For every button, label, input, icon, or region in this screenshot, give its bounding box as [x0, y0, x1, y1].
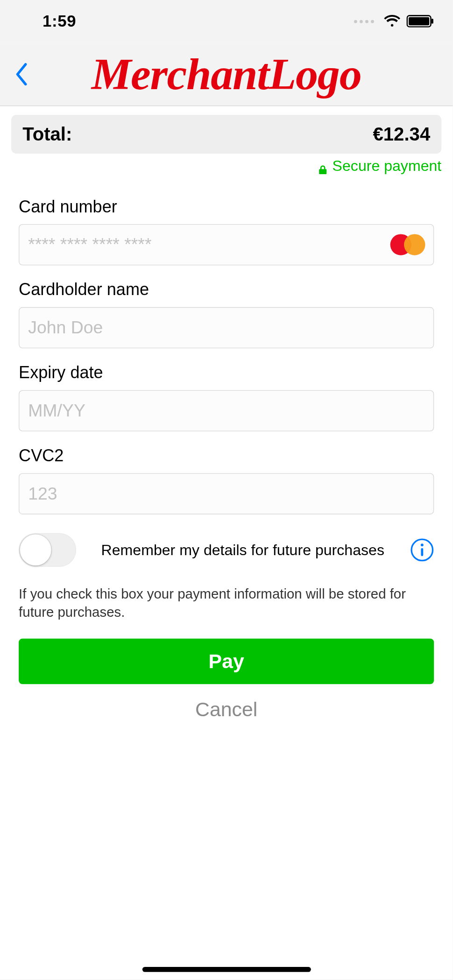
secure-payment-badge: Secure payment [0, 154, 453, 175]
battery-icon [406, 15, 434, 28]
status-bar: 1:59 [0, 0, 453, 42]
content: Total: €12.34 Secure payment Card number… [0, 106, 453, 979]
svg-point-4 [421, 543, 424, 546]
remember-row: Remember my details for future purchases [19, 529, 434, 577]
secure-label: Secure payment [333, 157, 442, 175]
pay-button[interactable]: Pay [19, 639, 434, 684]
info-icon [410, 538, 434, 562]
cancel-button[interactable]: Cancel [19, 684, 434, 721]
cvc-input[interactable] [19, 473, 434, 514]
svg-rect-1 [409, 17, 429, 25]
cvc-label: CVC2 [19, 446, 434, 465]
card-number-input[interactable] [19, 224, 434, 265]
mastercard-icon [390, 234, 425, 255]
home-indicator [142, 967, 311, 972]
nav-header: MerchantLogo [0, 42, 453, 106]
merchant-logo: MerchantLogo [0, 51, 453, 96]
status-indicators [354, 15, 434, 28]
remember-helper-text: If you check this box your payment infor… [19, 577, 434, 639]
total-label: Total: [22, 124, 72, 145]
status-time: 1:59 [42, 12, 76, 31]
wifi-icon [384, 15, 400, 28]
lock-icon [319, 161, 327, 171]
expiry-date-input[interactable] [19, 390, 434, 431]
back-button[interactable] [9, 58, 34, 90]
chevron-left-icon [15, 63, 28, 85]
expiry-date-label: Expiry date [19, 363, 434, 382]
remember-label: Remember my details for future purchases [101, 541, 385, 558]
remember-toggle[interactable] [19, 533, 76, 567]
cardholder-name-label: Cardholder name [19, 280, 434, 299]
card-number-label: Card number [19, 197, 434, 216]
info-button[interactable] [410, 538, 434, 562]
svg-rect-2 [432, 19, 433, 24]
svg-rect-5 [421, 548, 423, 556]
total-amount: €12.34 [373, 124, 431, 145]
payment-form: Card number Cardholder name Expiry date … [0, 175, 453, 721]
total-bar: Total: €12.34 [11, 115, 441, 154]
cellular-dots-icon [354, 20, 374, 23]
cardholder-name-input[interactable] [19, 307, 434, 348]
